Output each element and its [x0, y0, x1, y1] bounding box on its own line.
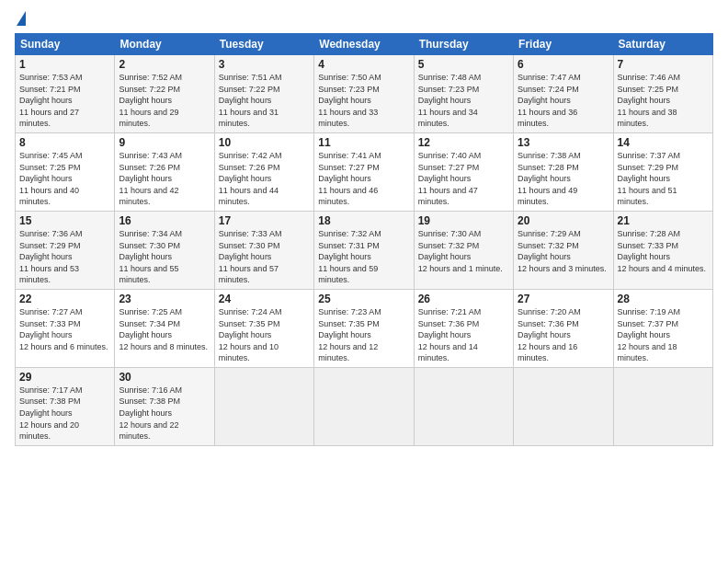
day-number: 3	[219, 58, 310, 71]
weekday-header-wednesday: Wednesday	[314, 34, 414, 55]
day-info: Sunrise: 7:23 AMSunset: 7:35 PMDaylight …	[318, 307, 381, 362]
day-info: Sunrise: 7:47 AMSunset: 7:24 PMDaylight …	[518, 73, 581, 128]
calendar-cell: 19 Sunrise: 7:30 AMSunset: 7:32 PMDaylig…	[414, 211, 513, 289]
calendar-cell: 27 Sunrise: 7:20 AMSunset: 7:36 PMDaylig…	[514, 289, 613, 367]
day-number: 8	[19, 136, 110, 149]
day-number: 15	[19, 214, 110, 227]
day-number: 19	[418, 214, 509, 227]
calendar-cell	[414, 367, 513, 445]
day-number: 23	[119, 293, 210, 305]
day-number: 4	[318, 58, 409, 71]
weekday-header-monday: Monday	[115, 34, 214, 55]
calendar-cell	[214, 367, 313, 445]
day-number: 21	[618, 214, 709, 227]
day-info: Sunrise: 7:46 AMSunset: 7:25 PMDaylight …	[618, 73, 681, 128]
calendar-cell: 23 Sunrise: 7:25 AMSunset: 7:34 PMDaylig…	[115, 289, 214, 367]
logo	[15, 15, 26, 26]
calendar-cell: 29 Sunrise: 7:17 AMSunset: 7:38 PMDaylig…	[16, 367, 115, 445]
day-number: 9	[119, 136, 210, 149]
calendar-cell: 28 Sunrise: 7:19 AMSunset: 7:37 PMDaylig…	[613, 289, 712, 367]
calendar-cell: 24 Sunrise: 7:24 AMSunset: 7:35 PMDaylig…	[214, 289, 313, 367]
day-number: 5	[418, 58, 509, 71]
day-info: Sunrise: 7:41 AMSunset: 7:27 PMDaylight …	[318, 151, 381, 206]
calendar-table: SundayMondayTuesdayWednesdayThursdayFrid…	[15, 33, 713, 446]
calendar-cell: 26 Sunrise: 7:21 AMSunset: 7:36 PMDaylig…	[414, 289, 513, 367]
day-info: Sunrise: 7:37 AMSunset: 7:29 PMDaylight …	[618, 151, 681, 206]
calendar-cell	[613, 367, 712, 445]
day-info: Sunrise: 7:32 AMSunset: 7:31 PMDaylight …	[318, 229, 381, 284]
day-number: 28	[618, 293, 709, 305]
day-number: 1	[19, 58, 110, 71]
day-number: 24	[219, 293, 310, 305]
day-number: 26	[418, 293, 509, 305]
day-info: Sunrise: 7:40 AMSunset: 7:27 PMDaylight …	[418, 151, 482, 206]
calendar-cell: 1 Sunrise: 7:53 AMSunset: 7:21 PMDayligh…	[16, 55, 115, 133]
day-number: 29	[19, 371, 110, 384]
calendar-cell: 21 Sunrise: 7:28 AMSunset: 7:33 PMDaylig…	[613, 211, 712, 289]
day-number: 10	[219, 136, 310, 149]
day-info: Sunrise: 7:20 AMSunset: 7:36 PMDaylight …	[518, 307, 581, 362]
day-info: Sunrise: 7:38 AMSunset: 7:28 PMDaylight …	[518, 151, 581, 206]
day-number: 2	[119, 58, 210, 71]
day-info: Sunrise: 7:27 AMSunset: 7:33 PMDaylight …	[19, 307, 108, 351]
day-info: Sunrise: 7:30 AMSunset: 7:32 PMDaylight …	[418, 229, 503, 273]
calendar-cell: 22 Sunrise: 7:27 AMSunset: 7:33 PMDaylig…	[16, 289, 115, 367]
day-number: 7	[618, 58, 709, 71]
day-info: Sunrise: 7:29 AMSunset: 7:32 PMDaylight …	[518, 229, 607, 273]
day-info: Sunrise: 7:45 AMSunset: 7:25 PMDaylight …	[19, 151, 83, 206]
calendar-cell: 2 Sunrise: 7:52 AMSunset: 7:22 PMDayligh…	[115, 55, 214, 133]
calendar-cell: 15 Sunrise: 7:36 AMSunset: 7:29 PMDaylig…	[16, 211, 115, 289]
day-info: Sunrise: 7:19 AMSunset: 7:37 PMDaylight …	[618, 307, 681, 362]
calendar-cell: 11 Sunrise: 7:41 AMSunset: 7:27 PMDaylig…	[314, 132, 414, 211]
day-info: Sunrise: 7:17 AMSunset: 7:38 PMDaylight …	[19, 385, 83, 441]
day-info: Sunrise: 7:34 AMSunset: 7:30 PMDaylight …	[119, 229, 182, 284]
day-number: 27	[518, 293, 609, 305]
day-number: 17	[219, 214, 310, 227]
calendar-cell: 8 Sunrise: 7:45 AMSunset: 7:25 PMDayligh…	[16, 132, 115, 211]
day-info: Sunrise: 7:21 AMSunset: 7:36 PMDaylight …	[418, 307, 482, 362]
weekday-header-saturday: Saturday	[613, 34, 712, 55]
calendar-cell	[314, 367, 414, 445]
day-number: 11	[318, 136, 409, 149]
day-info: Sunrise: 7:25 AMSunset: 7:34 PMDaylight …	[119, 307, 208, 351]
day-info: Sunrise: 7:36 AMSunset: 7:29 PMDaylight …	[19, 229, 83, 284]
day-number: 14	[618, 136, 709, 149]
day-info: Sunrise: 7:42 AMSunset: 7:26 PMDaylight …	[219, 151, 282, 206]
weekday-header-tuesday: Tuesday	[214, 34, 313, 55]
day-number: 12	[418, 136, 509, 149]
day-info: Sunrise: 7:52 AMSunset: 7:22 PMDaylight …	[119, 73, 182, 128]
day-info: Sunrise: 7:16 AMSunset: 7:38 PMDaylight …	[119, 385, 182, 441]
calendar-cell: 18 Sunrise: 7:32 AMSunset: 7:31 PMDaylig…	[314, 211, 414, 289]
weekday-header-friday: Friday	[514, 34, 613, 55]
calendar-cell: 25 Sunrise: 7:23 AMSunset: 7:35 PMDaylig…	[314, 289, 414, 367]
calendar-cell: 20 Sunrise: 7:29 AMSunset: 7:32 PMDaylig…	[514, 211, 613, 289]
calendar-cell: 7 Sunrise: 7:46 AMSunset: 7:25 PMDayligh…	[613, 55, 712, 133]
day-info: Sunrise: 7:48 AMSunset: 7:23 PMDaylight …	[418, 73, 482, 128]
day-number: 20	[518, 214, 609, 227]
calendar-cell: 3 Sunrise: 7:51 AMSunset: 7:22 PMDayligh…	[214, 55, 313, 133]
calendar-cell	[514, 367, 613, 445]
calendar-cell: 5 Sunrise: 7:48 AMSunset: 7:23 PMDayligh…	[414, 55, 513, 133]
calendar-cell: 9 Sunrise: 7:43 AMSunset: 7:26 PMDayligh…	[115, 132, 214, 211]
calendar-cell: 14 Sunrise: 7:37 AMSunset: 7:29 PMDaylig…	[613, 132, 712, 211]
day-number: 30	[119, 371, 210, 384]
day-number: 18	[318, 214, 409, 227]
calendar-cell: 4 Sunrise: 7:50 AMSunset: 7:23 PMDayligh…	[314, 55, 414, 133]
calendar-cell: 6 Sunrise: 7:47 AMSunset: 7:24 PMDayligh…	[514, 55, 613, 133]
calendar-cell: 10 Sunrise: 7:42 AMSunset: 7:26 PMDaylig…	[214, 132, 313, 211]
day-number: 13	[518, 136, 609, 149]
day-info: Sunrise: 7:53 AMSunset: 7:21 PMDaylight …	[19, 73, 83, 128]
calendar-cell: 13 Sunrise: 7:38 AMSunset: 7:28 PMDaylig…	[514, 132, 613, 211]
day-number: 22	[19, 293, 110, 305]
calendar-cell: 12 Sunrise: 7:40 AMSunset: 7:27 PMDaylig…	[414, 132, 513, 211]
day-number: 25	[318, 293, 409, 305]
day-info: Sunrise: 7:24 AMSunset: 7:35 PMDaylight …	[219, 307, 282, 362]
day-number: 6	[518, 58, 609, 71]
day-info: Sunrise: 7:51 AMSunset: 7:22 PMDaylight …	[219, 73, 282, 128]
day-info: Sunrise: 7:50 AMSunset: 7:23 PMDaylight …	[318, 73, 381, 128]
day-info: Sunrise: 7:43 AMSunset: 7:26 PMDaylight …	[119, 151, 182, 206]
day-info: Sunrise: 7:28 AMSunset: 7:33 PMDaylight …	[618, 229, 707, 273]
weekday-header-thursday: Thursday	[414, 34, 513, 55]
day-info: Sunrise: 7:33 AMSunset: 7:30 PMDaylight …	[219, 229, 282, 284]
day-number: 16	[119, 214, 210, 227]
